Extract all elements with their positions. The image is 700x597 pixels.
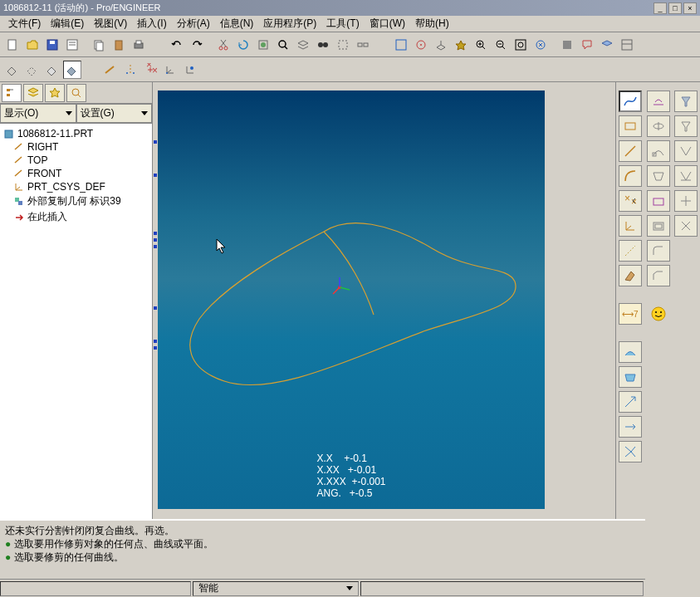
layers2-button[interactable]	[598, 36, 616, 54]
tree-datum-front[interactable]: FRONT	[2, 167, 150, 180]
menu-window[interactable]: 窗口(W)	[365, 15, 410, 32]
annotate-button[interactable]	[578, 36, 596, 54]
reference-tool-button[interactable]	[619, 240, 642, 262]
round-tool-button[interactable]	[647, 240, 670, 262]
toolbar-display: ××	[0, 57, 700, 82]
show-dropdown[interactable]: 显示(O)	[0, 104, 76, 123]
tab-search[interactable]	[66, 84, 86, 102]
save-button[interactable]	[43, 36, 61, 54]
extrude-tool-button[interactable]	[647, 91, 670, 112]
zoom-out-button[interactable]	[492, 36, 510, 54]
filter1-button[interactable]	[674, 91, 698, 112]
merge-tool-button[interactable]	[619, 441, 642, 462]
display-wireframe-button[interactable]	[3, 61, 22, 79]
tab-favorites[interactable]	[45, 84, 65, 102]
model-tree-button[interactable]	[618, 36, 636, 54]
zoom-fit-button[interactable]	[512, 36, 530, 54]
copy-button[interactable]	[90, 36, 108, 54]
find-button[interactable]	[274, 36, 292, 54]
view-spin-center-button[interactable]	[412, 36, 430, 54]
svg-line-16	[285, 46, 287, 49]
view-saved-button[interactable]	[452, 36, 470, 54]
datum-point-toggle[interactable]: ××	[141, 61, 159, 79]
binoculars-icon[interactable]	[314, 36, 332, 54]
tree-part-root[interactable]: 1086812-11.PRT	[2, 127, 150, 140]
menu-edit[interactable]: 编辑(E)	[46, 15, 89, 32]
tree-datum-top[interactable]: TOP	[2, 154, 150, 167]
sweep-tool-button[interactable]	[647, 140, 670, 162]
revolve-tool-button[interactable]	[647, 115, 670, 137]
menu-view[interactable]: 视图(V)	[89, 15, 132, 32]
datum-axis-toggle[interactable]	[121, 61, 140, 79]
new-file-button[interactable]	[3, 36, 22, 54]
minimize-button[interactable]: _	[653, 2, 667, 14]
tab-layers[interactable]	[23, 84, 43, 102]
hole-tool-button[interactable]	[647, 190, 670, 212]
csys-tool-button[interactable]	[619, 215, 642, 237]
view-orientation-button[interactable]	[432, 36, 450, 54]
select-tool-button[interactable]	[334, 36, 352, 54]
filter-dropdown[interactable]: 智能	[193, 581, 359, 596]
paste-button[interactable]	[110, 36, 128, 54]
tree-insert-here[interactable]: 在此插入	[2, 209, 150, 225]
tree-copygeom[interactable]: 外部复制几何 标识39	[2, 193, 150, 209]
filter6-button[interactable]	[674, 215, 698, 237]
shade-button[interactable]	[558, 36, 576, 54]
tree-datum-right[interactable]: RIGHT	[2, 140, 150, 154]
spline-tool-button[interactable]	[619, 91, 642, 112]
trim-tool-button[interactable]	[619, 391, 642, 413]
regen-button[interactable]	[234, 36, 252, 54]
filter4-button[interactable]	[674, 165, 698, 187]
maximize-button[interactable]: □	[668, 2, 682, 14]
chamfer-tool-button[interactable]	[647, 265, 670, 286]
line-tool-button[interactable]	[619, 140, 642, 162]
redo-button[interactable]	[188, 36, 206, 54]
smiley-icon[interactable]	[647, 303, 670, 325]
datum-csys-toggle[interactable]	[161, 61, 179, 79]
settings-dropdown[interactable]: 设置(G)	[76, 104, 153, 123]
menu-analysis[interactable]: 分析(A)	[172, 15, 215, 32]
layers-button[interactable]	[294, 36, 312, 54]
blend-tool-button[interactable]	[647, 165, 670, 187]
menu-insert[interactable]: 插入(I)	[132, 15, 171, 32]
surface-tool-button[interactable]	[619, 341, 642, 363]
filter3-button[interactable]	[674, 140, 698, 162]
display-nohidden-button[interactable]	[43, 61, 61, 79]
undo-button[interactable]	[168, 36, 186, 54]
zoom-in-button[interactable]	[472, 36, 490, 54]
tree-csys[interactable]: PRT_CSYS_DEF	[2, 180, 150, 193]
datum-csystext-toggle[interactable]	[181, 61, 199, 79]
graphics-canvas[interactable]: X.X +-0.1 X.XX +-0.01 X.XXX +-0.001 ANG.…	[158, 91, 545, 509]
tree-label: RIGHT	[27, 141, 58, 153]
tree-label: 外部复制几何 标识39	[27, 194, 121, 208]
tree-label: TOP	[27, 154, 47, 166]
filter5-button[interactable]	[674, 190, 698, 212]
rectangle-tool-button[interactable]	[619, 115, 642, 137]
surface2-tool-button[interactable]	[619, 366, 642, 388]
refit-button[interactable]	[531, 36, 550, 54]
menu-info[interactable]: 信息(N)	[215, 15, 259, 32]
menu-file[interactable]: 文件(F)	[3, 15, 46, 32]
select-chain-button[interactable]	[354, 36, 372, 54]
cut-button[interactable]	[214, 36, 233, 54]
point-tool-button[interactable]: ××	[619, 190, 642, 212]
palette-tool-button[interactable]	[619, 265, 642, 286]
open-file-button[interactable]	[23, 36, 42, 54]
regen-auto-button[interactable]	[254, 36, 272, 54]
menu-tools[interactable]: 工具(T)	[321, 15, 364, 32]
display-shading-button[interactable]	[63, 61, 81, 79]
menu-app[interactable]: 应用程序(P)	[258, 15, 321, 32]
print-button[interactable]	[130, 36, 148, 54]
view-repaint-button[interactable]	[392, 36, 410, 54]
properties-button[interactable]	[63, 36, 81, 54]
shell-tool-button[interactable]	[647, 215, 670, 237]
arc-tool-button[interactable]	[619, 165, 642, 187]
datum-plane-toggle[interactable]	[101, 61, 120, 79]
filter2-button[interactable]	[674, 115, 698, 137]
dimensions-tool-button[interactable]: ⟷7	[619, 303, 642, 325]
tab-model-tree[interactable]	[2, 84, 22, 102]
extend-tool-button[interactable]	[619, 416, 642, 438]
menu-help[interactable]: 帮助(H)	[410, 15, 454, 32]
display-hidden-button[interactable]	[23, 61, 42, 79]
close-button[interactable]: ×	[683, 2, 697, 14]
